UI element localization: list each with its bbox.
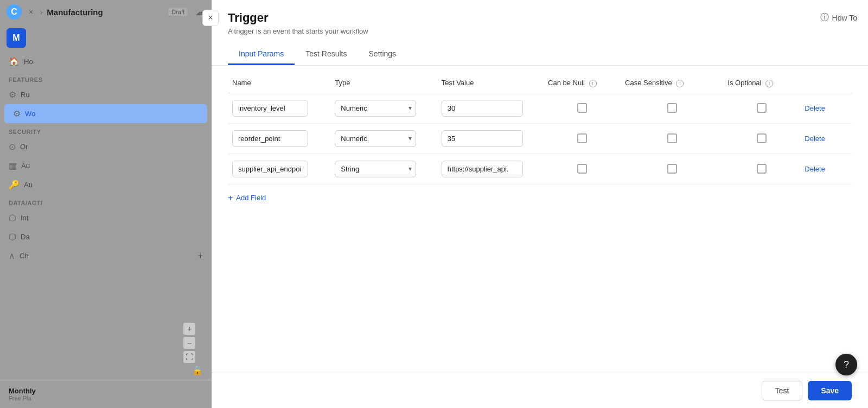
help-fab-button[interactable]: ? xyxy=(835,354,857,375)
tab-settings[interactable]: Settings xyxy=(358,44,407,65)
test-value-input-2[interactable] xyxy=(442,161,523,177)
sidebar-item-data[interactable]: ⬡ Da xyxy=(0,227,212,246)
save-button[interactable]: Save xyxy=(808,381,852,400)
zoom-controls: + − ⛶ 🔒 xyxy=(183,323,203,375)
section-label-data: DATA/ACTI xyxy=(0,194,212,208)
panel-header: Trigger A trigger is an event that start… xyxy=(212,0,868,66)
test-value-input-1[interactable] xyxy=(442,130,523,147)
tabs: Input Params Test Results Settings xyxy=(228,44,852,65)
panel-subtitle: A trigger is an event that starts your w… xyxy=(228,27,852,35)
sidebar-header: C × › Manufacturing Draft ☁ xyxy=(0,0,212,24)
plan-subtitle: Free Pla xyxy=(9,395,203,401)
table-row: NumericStringBooleanDate▾Delete xyxy=(228,93,852,123)
is-optional-checkbox-2[interactable] xyxy=(757,164,767,174)
sidebar-item-auth[interactable]: ▦ Au xyxy=(0,156,212,175)
plus-icon: + xyxy=(228,193,233,203)
col-header-case-sensitive: Case Sensitive i xyxy=(621,71,723,93)
is-optional-checkbox-1[interactable] xyxy=(757,133,767,143)
how-to-button[interactable]: ⓘ How To xyxy=(820,12,857,23)
test-value-input-0[interactable] xyxy=(442,100,523,117)
params-table: Name Type Test Value Can be Null i Case … xyxy=(228,71,852,184)
col-header-actions xyxy=(800,71,852,93)
can-be-null-checkbox-2[interactable] xyxy=(577,164,587,174)
sidebar-label-auth: Au xyxy=(21,162,30,170)
workflows-icon: ⚙ xyxy=(13,109,21,119)
sidebar-item-org[interactable]: ⊙ Or xyxy=(0,137,212,156)
name-input-1[interactable] xyxy=(232,130,308,147)
case-sensitive-checkbox-2[interactable] xyxy=(667,164,677,174)
test-button[interactable]: Test xyxy=(762,381,803,400)
key-icon: 🔑 xyxy=(9,180,20,190)
auth-icon: ▦ xyxy=(9,161,17,171)
sidebar: C × › Manufacturing Draft ☁ M 🏠 Ho FEATU… xyxy=(0,0,212,408)
tab-input-params[interactable]: Input Params xyxy=(228,44,295,65)
integrations-icon: ⬡ xyxy=(9,213,16,223)
delete-button-0[interactable]: Delete xyxy=(805,104,825,112)
help-fab-icon: ? xyxy=(844,359,849,371)
panel-close-button[interactable]: × xyxy=(202,10,219,26)
help-circle-icon: ⓘ xyxy=(820,12,829,23)
type-select-0[interactable]: NumericStringBooleanDate xyxy=(335,100,416,117)
is-optional-info-icon: i xyxy=(765,80,773,87)
case-sensitive-checkbox-1[interactable] xyxy=(667,133,677,143)
col-header-is-optional: Is Optional i xyxy=(723,71,800,93)
main-panel: ⓘ How To Trigger A trigger is an event t… xyxy=(212,0,868,408)
panel-title: Trigger xyxy=(228,11,852,25)
lock-icon: 🔒 xyxy=(192,365,203,375)
case-sensitive-checkbox-0[interactable] xyxy=(667,103,677,113)
type-select-1[interactable]: NumericStringBooleanDate xyxy=(335,130,416,147)
home-icon: 🏠 xyxy=(9,56,20,67)
table-row: NumericStringBooleanDate▾Delete xyxy=(228,123,852,154)
add-field-label: Add Field xyxy=(236,194,266,202)
can-be-null-checkbox-1[interactable] xyxy=(577,133,587,143)
sidebar-item-home[interactable]: 🏠 Ho xyxy=(0,52,212,71)
app-title: Manufacturing xyxy=(47,8,164,17)
sidebar-item-integrations[interactable]: ⬡ Int xyxy=(0,208,212,227)
sidebar-bottom: Monthly Free Pla xyxy=(0,380,212,408)
add-field-button[interactable]: + Add Field xyxy=(228,191,266,205)
sidebar-label-api-keys: Au xyxy=(24,181,33,189)
sidebar-label-rules: Ru xyxy=(21,91,30,99)
zoom-out-button[interactable]: − xyxy=(183,337,195,349)
rules-icon: ⚙ xyxy=(9,90,16,100)
add-channel-icon: + xyxy=(198,251,203,261)
plan-title: Monthly xyxy=(9,387,203,395)
sidebar-collapse-icon: › xyxy=(40,8,42,16)
delete-button-1[interactable]: Delete xyxy=(805,135,825,143)
app-close-button[interactable]: × xyxy=(26,7,36,17)
section-label-security: SECURITY xyxy=(0,123,212,137)
sidebar-item-channels[interactable]: ∧ Ch + xyxy=(0,246,212,265)
tab-test-results[interactable]: Test Results xyxy=(295,44,358,65)
channels-icon: ∧ xyxy=(9,251,15,261)
sidebar-item-workflows[interactable]: ⚙ Wo xyxy=(4,104,207,123)
table-row: NumericStringBooleanDate▾Delete xyxy=(228,154,852,184)
delete-button-2[interactable]: Delete xyxy=(805,165,825,173)
app-logo: C xyxy=(7,4,22,20)
sidebar-label-home: Ho xyxy=(24,58,33,66)
sidebar-label-org: Or xyxy=(20,143,28,151)
sidebar-label-channels: Ch xyxy=(20,252,29,260)
zoom-fit-button[interactable]: ⛶ xyxy=(183,351,195,363)
can-be-null-checkbox-0[interactable] xyxy=(577,103,587,113)
panel-footer: Test Save xyxy=(212,373,868,408)
zoom-in-button[interactable]: + xyxy=(183,323,195,335)
sidebar-label-data: Da xyxy=(21,233,30,241)
is-optional-checkbox-0[interactable] xyxy=(757,103,767,113)
sidebar-item-rules[interactable]: ⚙ Ru xyxy=(0,85,212,104)
section-label-features: FEATURES xyxy=(0,71,212,85)
name-input-2[interactable] xyxy=(232,161,308,177)
org-icon: ⊙ xyxy=(9,142,16,152)
app-badge: Draft xyxy=(168,8,188,16)
col-header-can-be-null: Can be Null i xyxy=(544,71,621,93)
panel-content: Name Type Test Value Can be Null i Case … xyxy=(212,66,868,373)
name-input-0[interactable] xyxy=(232,100,308,117)
avatar: M xyxy=(7,28,26,48)
col-header-name: Name xyxy=(228,71,330,93)
data-icon: ⬡ xyxy=(9,232,16,242)
type-select-2[interactable]: NumericStringBooleanDate xyxy=(335,161,416,177)
col-header-test-value: Test Value xyxy=(437,71,544,93)
case-sensitive-info-icon: i xyxy=(676,80,684,87)
sidebar-label-integrations: Int xyxy=(21,214,28,222)
sidebar-item-api-keys[interactable]: 🔑 Au xyxy=(0,175,212,194)
col-header-type: Type xyxy=(330,71,437,93)
